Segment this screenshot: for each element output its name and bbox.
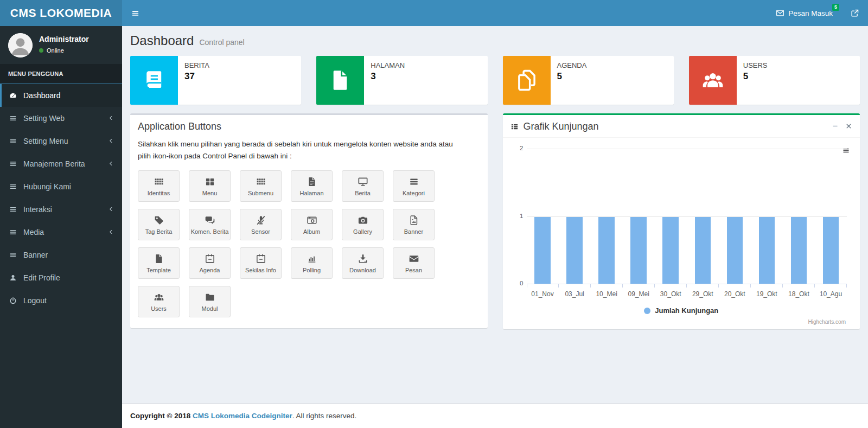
collapse-button[interactable] — [832, 123, 839, 131]
app-button-polling[interactable]: Polling — [291, 247, 333, 279]
chart-x-ticks — [527, 284, 847, 288]
app-button-sensor[interactable]: Sensor — [240, 209, 282, 240]
sidebar-item-logout[interactable]: Logout — [0, 289, 122, 312]
chart-bar — [791, 216, 807, 284]
footer-link[interactable]: CMS Lokomedia Codeigniter — [193, 412, 292, 420]
app-button-label: Template — [146, 267, 171, 273]
main-footer: Copyright © 2018 CMS Lokomedia Codeignit… — [122, 403, 868, 428]
sidebar-section-header: MENU PENGGUNA — [0, 64, 122, 84]
app-button-banner[interactable]: Banner — [393, 209, 435, 240]
application-buttons-description: Silahkan klik menu pilihan yang berada d… — [130, 137, 467, 162]
calendar-minus-icon — [256, 253, 266, 264]
info-box-value: 5 — [557, 71, 587, 82]
th-icon — [256, 176, 266, 187]
camera-retro-icon — [307, 215, 317, 226]
app-button-sekilas-info[interactable]: Sekilas Info — [240, 247, 282, 279]
signout-button[interactable] — [838, 0, 868, 26]
x-axis-tick-label: 01_Nov — [527, 290, 559, 298]
app-button-label: Sekilas Info — [245, 267, 276, 273]
bars-icon — [8, 114, 18, 122]
app-button-album[interactable]: Album — [291, 209, 333, 240]
app-button-label: Berita — [355, 190, 371, 196]
chevron-left-icon — [108, 206, 114, 213]
app-button-users[interactable]: Users — [138, 286, 180, 317]
application-buttons-panel: Application Buttons Silahkan klik menu p… — [130, 113, 488, 328]
sidebar-item-dashboard[interactable]: Dashboard — [0, 84, 122, 107]
sidebar-menu: Dashboard Setting Web Setting Menu Manaj… — [0, 84, 122, 312]
app-button-label: Komen. Berita — [191, 228, 229, 235]
th-list-icon — [510, 123, 519, 131]
visits-chart: 012 01_Nov03_Jul10_Mei09_Mei30_Okt29_Okt… — [503, 138, 860, 329]
sidebar-item-hubungi-kami[interactable]: Hubungi Kami — [0, 175, 122, 198]
app-button-komen-berita[interactable]: Komen. Berita — [189, 209, 231, 240]
sidebar-item-edit-profile[interactable]: Edit Profile — [0, 266, 122, 289]
app-button-identitas[interactable]: Identitas — [138, 170, 180, 202]
app-logo[interactable]: CMS LOKOMEDIA — [0, 0, 122, 26]
app-button-download[interactable]: Download — [342, 247, 384, 279]
visits-chart-header: Grafik Kunjungan — [503, 115, 860, 138]
content-header: Dashboard Control panel — [122, 26, 868, 50]
chart-legend[interactable]: Jumlah Kunjungan — [510, 306, 853, 315]
gridline — [527, 216, 847, 217]
info-box-value: 3 — [371, 71, 405, 82]
x-axis-tick-label: 19_Okt — [751, 290, 783, 298]
x-axis-tick-label: 03_Jul — [559, 290, 591, 298]
chevron-left-icon — [108, 115, 114, 122]
app-button-halaman[interactable]: Halaman — [291, 170, 333, 202]
app-button-gallery[interactable]: Gallery — [342, 209, 384, 240]
bars-icon — [8, 183, 18, 190]
chart-bar — [630, 216, 647, 284]
app-button-pesan[interactable]: Pesan — [393, 247, 435, 279]
folder-icon — [205, 292, 215, 303]
info-box-halaman: HALAMAN 3 — [316, 56, 487, 105]
calendar-minus-icon — [205, 253, 215, 264]
x-axis-tick-label: 09_Mei — [623, 290, 655, 298]
gridline — [527, 149, 847, 149]
online-status-dot — [39, 48, 43, 53]
app-button-kategori[interactable]: Kategori — [393, 170, 435, 202]
info-box-label: BERITA — [184, 61, 209, 69]
main-header: CMS LOKOMEDIA Pesan Masuk 5 — [0, 0, 868, 26]
chart-bar — [598, 216, 615, 284]
y-axis-tick-label: 2 — [509, 145, 524, 151]
app-button-modul[interactable]: Modul — [189, 286, 231, 317]
messages-menu[interactable]: Pesan Masuk 5 — [770, 0, 838, 26]
app-button-label: Halaman — [299, 190, 323, 196]
app-button-label: Agenda — [200, 267, 220, 273]
bars-icon — [8, 206, 18, 213]
app-button-menu[interactable]: Menu — [189, 170, 231, 202]
chart-x-labels: 01_Nov03_Jul10_Mei09_Mei30_Okt29_Okt20_O… — [527, 288, 847, 298]
messages-label: Pesan Masuk — [788, 9, 833, 17]
user-status[interactable]: Online — [39, 47, 89, 54]
close-button[interactable] — [845, 123, 852, 131]
sidebar-item-banner[interactable]: Banner — [0, 244, 122, 266]
app-button-tag-berita[interactable]: Tag Berita — [138, 209, 180, 240]
th-large-icon — [205, 176, 215, 187]
app-button-agenda[interactable]: Agenda — [189, 247, 231, 279]
app-button-submenu[interactable]: Submenu — [240, 170, 282, 202]
sidebar-item-media[interactable]: Media — [0, 221, 122, 244]
sidebar-toggle-button[interactable] — [122, 0, 149, 26]
x-axis-tick-label: 29_Okt — [687, 290, 719, 298]
chevron-left-icon — [108, 138, 114, 145]
user-info: Administrator Online — [39, 33, 89, 58]
sidebar-item-setting-menu[interactable]: Setting Menu — [0, 130, 122, 152]
app-button-template[interactable]: Template — [138, 247, 180, 279]
sidebar-item-setting-web[interactable]: Setting Web — [0, 107, 122, 130]
chart-bar — [823, 216, 839, 284]
chart-credits[interactable]: Highcharts.com — [510, 315, 853, 329]
visits-chart-panel: Grafik Kunjungan 012 01_Nov03_Jul10_Mei0… — [503, 113, 860, 329]
navbar-right: Pesan Masuk 5 — [770, 0, 868, 26]
sidebar-item-manajemen-berita[interactable]: Manajemen Berita — [0, 152, 122, 175]
app-button-label: Gallery — [353, 228, 372, 235]
x-axis-tick-label: 10_Mei — [591, 290, 623, 298]
app-button-label: Album — [303, 228, 320, 235]
file-solid-icon — [154, 253, 164, 264]
comments-icon — [205, 215, 215, 226]
sidebar-item-interaksi[interactable]: Interaksi — [0, 198, 122, 221]
panels-row: Application Buttons Silahkan klik menu p… — [122, 105, 868, 329]
tag-icon — [154, 215, 164, 226]
app-button-berita[interactable]: Berita — [342, 170, 384, 202]
minus-icon — [832, 123, 839, 130]
info-box-value: 5 — [743, 71, 768, 82]
